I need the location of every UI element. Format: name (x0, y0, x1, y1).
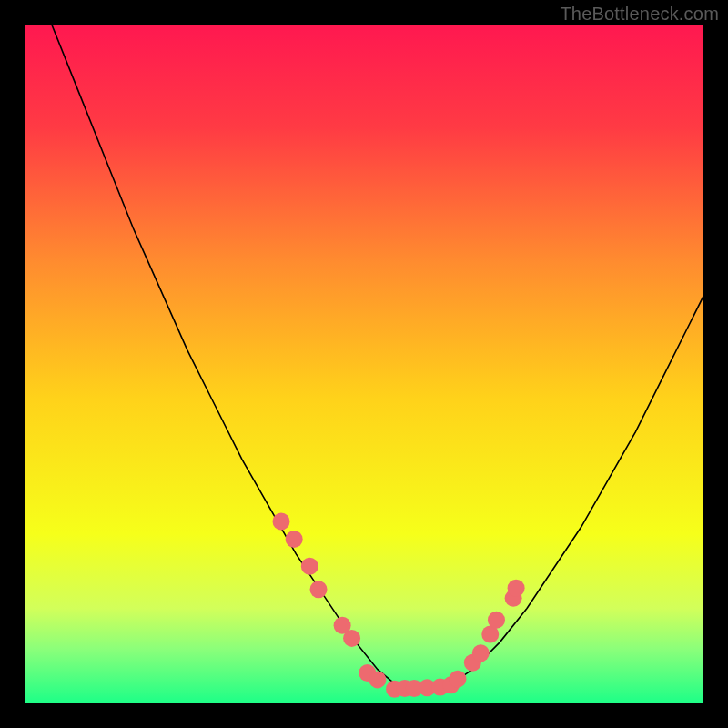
marker-right-branch-markers (508, 580, 525, 597)
watermark-text: TheBottleneck.com (560, 4, 719, 25)
marker-left-branch-markers (310, 581, 328, 598)
marker-left-branch-markers (343, 630, 360, 647)
bottleneck-chart (25, 25, 703, 703)
marker-left-branch-markers (272, 513, 289, 531)
marker-right-branch-markers (472, 644, 490, 662)
marker-valley-markers (449, 671, 466, 688)
chart-background (25, 25, 703, 703)
marker-right-branch-markers (488, 612, 505, 629)
chart-frame (25, 25, 703, 703)
marker-valley-markers (369, 671, 386, 688)
marker-left-branch-markers (301, 558, 318, 575)
marker-left-branch-markers (286, 531, 303, 548)
